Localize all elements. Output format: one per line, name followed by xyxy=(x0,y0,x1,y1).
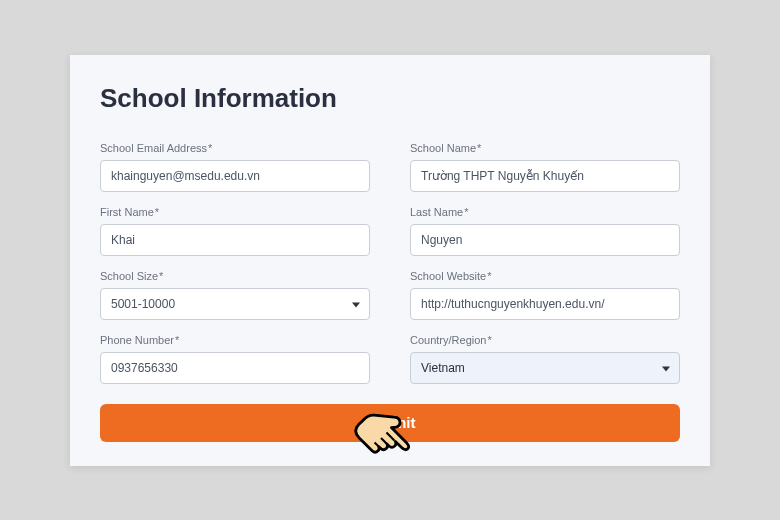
country-select[interactable]: Vietnam xyxy=(410,352,680,384)
label-school-size: School Size* xyxy=(100,270,370,282)
school-size-select[interactable]: 5001-10000 xyxy=(100,288,370,320)
school-website-input[interactable] xyxy=(410,288,680,320)
label-phone: Phone Number* xyxy=(100,334,370,346)
required-mark: * xyxy=(208,142,212,154)
school-email-input[interactable] xyxy=(100,160,370,192)
form-grid: School Email Address* School Name* First… xyxy=(100,142,680,442)
field-school-email: School Email Address* xyxy=(100,142,370,192)
label-school-email: School Email Address* xyxy=(100,142,370,154)
required-mark: * xyxy=(487,270,491,282)
field-first-name: First Name* xyxy=(100,206,370,256)
field-school-website: School Website* xyxy=(410,270,680,320)
label-country: Country/Region* xyxy=(410,334,680,346)
school-name-input[interactable] xyxy=(410,160,680,192)
field-last-name: Last Name* xyxy=(410,206,680,256)
label-text: School Name xyxy=(410,142,476,154)
required-mark: * xyxy=(155,206,159,218)
phone-input[interactable] xyxy=(100,352,370,384)
first-name-input[interactable] xyxy=(100,224,370,256)
required-mark: * xyxy=(464,206,468,218)
label-school-name: School Name* xyxy=(410,142,680,154)
field-country: Country/Region* Vietnam xyxy=(410,334,680,384)
label-text: First Name xyxy=(100,206,154,218)
required-mark: * xyxy=(159,270,163,282)
required-mark: * xyxy=(487,334,491,346)
country-select-wrap: Vietnam xyxy=(410,352,680,384)
form-card: School Information School Email Address*… xyxy=(70,55,710,466)
label-text: School Size xyxy=(100,270,158,282)
field-school-name: School Name* xyxy=(410,142,680,192)
field-phone: Phone Number* xyxy=(100,334,370,384)
required-mark: * xyxy=(477,142,481,154)
label-school-website: School Website* xyxy=(410,270,680,282)
label-last-name: Last Name* xyxy=(410,206,680,218)
school-size-select-wrap: 5001-10000 xyxy=(100,288,370,320)
label-text: School Email Address xyxy=(100,142,207,154)
field-school-size: School Size* 5001-10000 xyxy=(100,270,370,320)
submit-button[interactable]: Submit xyxy=(100,404,680,442)
last-name-input[interactable] xyxy=(410,224,680,256)
required-mark: * xyxy=(175,334,179,346)
svg-line-2 xyxy=(375,442,379,446)
label-text: Country/Region xyxy=(410,334,486,346)
label-text: School Website xyxy=(410,270,486,282)
label-text: Last Name xyxy=(410,206,463,218)
label-text: Phone Number xyxy=(100,334,174,346)
label-first-name: First Name* xyxy=(100,206,370,218)
page-title: School Information xyxy=(100,83,680,114)
